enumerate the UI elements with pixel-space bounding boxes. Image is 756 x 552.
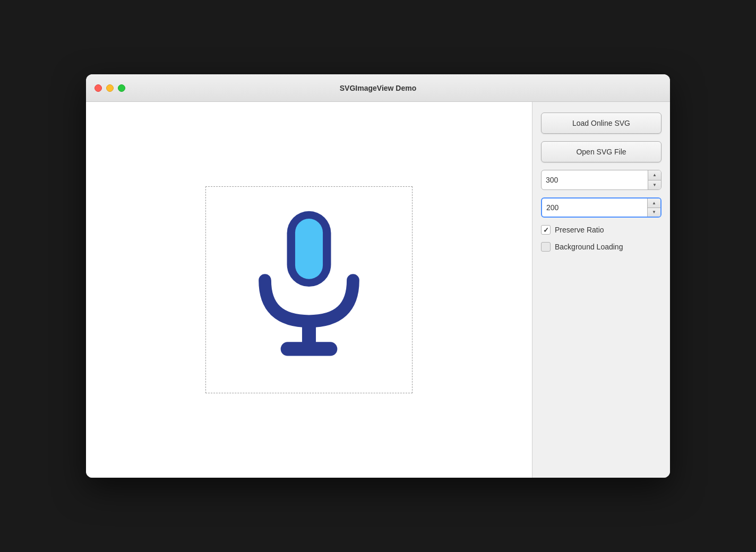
sidebar: Load Online SVG Open SVG File ▲ ▼: [532, 102, 670, 478]
down-arrow-icon: ▼: [652, 183, 657, 187]
width-spinner: ▲ ▼: [541, 170, 662, 190]
width-spinner-buttons: ▲ ▼: [648, 170, 661, 189]
titlebar: SVGImageView Demo: [86, 74, 670, 102]
down-arrow-icon: ▼: [652, 210, 656, 214]
background-loading-checkbox[interactable]: [541, 242, 551, 252]
minimize-button[interactable]: [106, 84, 114, 92]
traffic-lights: [94, 84, 125, 92]
width-increment-button[interactable]: ▲: [648, 170, 661, 180]
window-title: SVGImageView Demo: [340, 84, 416, 92]
maximize-button[interactable]: [118, 84, 125, 92]
preserve-ratio-checkmark: ✓: [543, 226, 549, 234]
microphone-icon: [245, 205, 373, 375]
background-loading-label: Background Loading: [555, 243, 623, 251]
close-button[interactable]: [94, 84, 102, 92]
height-input[interactable]: [542, 199, 647, 217]
image-container: [205, 186, 413, 393]
preserve-ratio-checkbox[interactable]: ✓: [541, 225, 551, 235]
svg-rect-1: [295, 219, 323, 279]
background-loading-row: Background Loading: [541, 242, 662, 252]
svg-rect-3: [281, 342, 338, 356]
height-decrement-button[interactable]: ▼: [648, 208, 660, 217]
app-window: SVGImageView Demo: [86, 74, 670, 478]
open-svg-file-button[interactable]: Open SVG File: [541, 141, 662, 162]
preserve-ratio-row: ✓ Preserve Ratio: [541, 225, 662, 235]
up-arrow-icon: ▲: [652, 172, 657, 177]
height-spinner: ▲ ▼: [541, 197, 662, 218]
up-arrow-icon: ▲: [652, 201, 656, 205]
main-area: [86, 102, 532, 478]
width-decrement-button[interactable]: ▼: [648, 180, 661, 190]
load-online-svg-button[interactable]: Load Online SVG: [541, 113, 662, 134]
window-content: Load Online SVG Open SVG File ▲ ▼: [86, 102, 670, 478]
height-spinner-buttons: ▲ ▼: [647, 199, 660, 217]
height-increment-button[interactable]: ▲: [648, 199, 660, 208]
width-input[interactable]: [542, 170, 648, 189]
preserve-ratio-label: Preserve Ratio: [555, 226, 604, 234]
svg-rect-2: [302, 320, 316, 344]
